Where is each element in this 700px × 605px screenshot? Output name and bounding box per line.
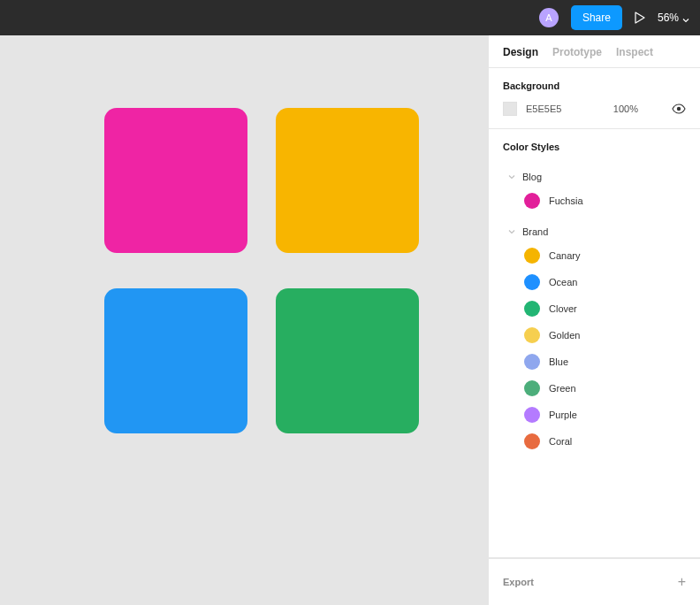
caret-down-icon [508, 228, 515, 235]
style-group-label: Blog [522, 172, 542, 182]
caret-down-icon [508, 173, 515, 180]
eye-icon[interactable] [672, 102, 686, 116]
color-swatch [524, 380, 540, 396]
background-opacity[interactable]: 100% [613, 103, 638, 114]
zoom-label: 56% [658, 11, 679, 24]
topbar: A Share 56% [0, 0, 700, 35]
color-style-label: Fuchsia [549, 195, 583, 206]
tab-inspect[interactable]: Inspect [616, 46, 653, 58]
color-style-row[interactable]: Blue [503, 348, 686, 375]
color-style-row[interactable]: Canary [503, 242, 686, 269]
canvas[interactable] [0, 35, 488, 605]
style-group: BlogFuchsia [503, 163, 686, 218]
svg-point-0 [677, 107, 681, 111]
background-section: Background E5E5E5 100% [489, 68, 700, 129]
color-style-row[interactable]: Golden [503, 322, 686, 348]
play-icon[interactable] [635, 11, 645, 24]
color-swatch [524, 248, 540, 264]
color-style-label: Canary [549, 250, 580, 261]
color-style-row[interactable]: Clover [503, 295, 686, 322]
color-style-row[interactable]: Green [503, 375, 686, 402]
workspace: Design Prototype Inspect Background E5E5… [0, 35, 700, 605]
color-style-label: Purple [549, 410, 577, 420]
tab-prototype[interactable]: Prototype [552, 46, 602, 58]
style-group-header[interactable]: Brand [503, 221, 686, 242]
tab-design[interactable]: Design [503, 46, 538, 58]
zoom-control[interactable]: 56% [658, 11, 689, 24]
color-swatch [524, 433, 540, 449]
chevron-down-icon [682, 14, 689, 21]
style-group-label: Brand [522, 226, 548, 237]
background-swatch[interactable] [503, 102, 517, 116]
background-title: Background [503, 80, 686, 91]
canvas-shape[interactable] [104, 288, 247, 433]
style-group: BrandCanaryOceanCloverGoldenBlueGreenPur… [503, 218, 686, 458]
color-style-label: Coral [549, 436, 572, 447]
color-style-row[interactable]: Ocean [503, 269, 686, 295]
color-style-label: Ocean [549, 277, 577, 287]
style-group-header[interactable]: Blog [503, 166, 686, 188]
color-styles-section: Color Styles BlogFuchsiaBrandCanaryOcean… [489, 129, 700, 558]
avatar[interactable]: A [539, 8, 559, 27]
color-swatch [524, 301, 540, 317]
canvas-shape[interactable] [276, 288, 419, 433]
export-section: Export + [489, 558, 700, 605]
add-export-button[interactable]: + [678, 575, 686, 589]
canvas-shape[interactable] [104, 108, 247, 253]
share-button[interactable]: Share [571, 5, 622, 30]
color-style-label: Clover [549, 303, 577, 314]
canvas-shape[interactable] [276, 108, 419, 253]
panel-tabs: Design Prototype Inspect [489, 35, 700, 68]
color-style-row[interactable]: Purple [503, 402, 686, 428]
color-swatch [524, 274, 540, 290]
color-style-row[interactable]: Coral [503, 428, 686, 455]
inspector-panel: Design Prototype Inspect Background E5E5… [488, 35, 700, 605]
background-row[interactable]: E5E5E5 100% [503, 102, 686, 116]
color-swatch [524, 354, 540, 370]
color-style-row[interactable]: Fuchsia [503, 188, 686, 214]
color-styles-title: Color Styles [503, 142, 686, 152]
background-hex[interactable]: E5E5E5 [526, 103, 561, 114]
color-swatch [524, 327, 540, 343]
color-swatch [524, 193, 540, 209]
export-title: Export [503, 577, 534, 587]
color-style-label: Blue [549, 356, 568, 367]
color-swatch [524, 407, 540, 423]
color-style-label: Golden [549, 330, 580, 341]
color-style-label: Green [549, 383, 576, 394]
